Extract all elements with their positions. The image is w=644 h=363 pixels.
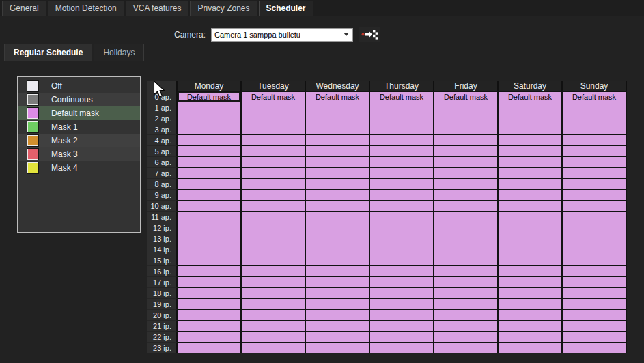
schedule-cell-monday-8ap[interactable] xyxy=(178,179,242,190)
schedule-cell-wednesday-8ap[interactable] xyxy=(306,179,370,190)
schedule-cell-tuesday-21ip[interactable] xyxy=(242,321,306,332)
legend-item-continuous[interactable]: Continuous xyxy=(18,93,140,106)
schedule-cell-monday-14ip[interactable] xyxy=(178,244,242,255)
schedule-cell-monday-23ip[interactable] xyxy=(178,343,242,353)
schedule-cell-thursday-6ap[interactable] xyxy=(370,157,434,168)
schedule-cell-tuesday-15ip[interactable] xyxy=(242,255,306,266)
schedule-cell-saturday-23ip[interactable] xyxy=(499,343,563,353)
schedule-cell-wednesday-9ap[interactable] xyxy=(306,190,370,201)
schedule-cell-friday-11ap[interactable] xyxy=(434,212,499,222)
legend-item-mask-2[interactable]: Mask 2 xyxy=(18,134,140,147)
schedule-cell-thursday-13ip[interactable] xyxy=(370,233,434,244)
schedule-cell-thursday-14ip[interactable] xyxy=(370,244,434,255)
schedule-cell-sunday-10ap[interactable] xyxy=(563,201,627,212)
schedule-cell-sunday-22ip[interactable] xyxy=(563,332,627,343)
schedule-cell-sunday-6ap[interactable] xyxy=(563,157,627,168)
schedule-cell-sunday-20ip[interactable] xyxy=(563,310,627,321)
schedule-cell-thursday-3ap[interactable] xyxy=(370,124,434,135)
schedule-cell-sunday-15ip[interactable] xyxy=(563,255,627,266)
schedule-cell-tuesday-4ap[interactable] xyxy=(242,135,306,146)
schedule-cell-saturday-10ap[interactable] xyxy=(499,201,563,212)
schedule-cell-tuesday-16ip[interactable] xyxy=(242,266,306,277)
schedule-cell-friday-15ip[interactable] xyxy=(434,255,499,266)
schedule-cell-monday-21ip[interactable] xyxy=(178,321,242,332)
schedule-cell-tuesday-23ip[interactable] xyxy=(242,343,306,353)
schedule-cell-wednesday-13ip[interactable] xyxy=(306,233,370,244)
schedule-cell-wednesday-3ap[interactable] xyxy=(306,124,370,135)
schedule-cell-sunday-14ip[interactable] xyxy=(563,244,627,255)
legend-item-mask-3[interactable]: Mask 3 xyxy=(18,147,140,161)
schedule-cell-thursday-19ip[interactable] xyxy=(370,299,434,310)
schedule-cell-tuesday-18ip[interactable] xyxy=(242,288,306,299)
schedule-cell-tuesday-7ap[interactable] xyxy=(242,168,306,179)
schedule-cell-friday-20ip[interactable] xyxy=(434,310,499,321)
schedule-cell-monday-16ip[interactable] xyxy=(178,266,242,277)
schedule-cell-sunday-8ap[interactable] xyxy=(563,179,627,190)
schedule-cell-friday-5ap[interactable] xyxy=(434,146,499,157)
tab-scheduler[interactable]: Scheduler xyxy=(259,1,313,16)
schedule-cell-sunday-13ip[interactable] xyxy=(563,233,627,244)
schedule-cell-sunday-0ap[interactable]: Default mask xyxy=(563,91,627,102)
schedule-cell-saturday-4ap[interactable] xyxy=(499,135,563,146)
schedule-cell-friday-0ap[interactable]: Default mask xyxy=(434,91,499,102)
camera-select[interactable]: Camera 1 samppa bulletu xyxy=(211,28,353,42)
schedule-cell-wednesday-14ip[interactable] xyxy=(306,244,370,255)
schedule-cell-friday-1ap[interactable] xyxy=(434,102,499,113)
schedule-cell-friday-3ap[interactable] xyxy=(434,124,499,135)
legend-item-default-mask[interactable]: Default mask xyxy=(18,106,140,120)
schedule-cell-sunday-2ap[interactable] xyxy=(563,113,627,124)
schedule-cell-tuesday-9ap[interactable] xyxy=(242,190,306,201)
tab-vca-features[interactable]: VCA features xyxy=(126,1,189,16)
schedule-cell-tuesday-17ip[interactable] xyxy=(242,277,306,288)
schedule-cell-tuesday-22ip[interactable] xyxy=(242,332,306,343)
schedule-cell-friday-13ip[interactable] xyxy=(434,233,499,244)
schedule-cell-thursday-15ip[interactable] xyxy=(370,255,434,266)
schedule-cell-tuesday-11ap[interactable] xyxy=(242,212,306,222)
schedule-cell-thursday-1ap[interactable] xyxy=(370,102,434,113)
schedule-cell-saturday-3ap[interactable] xyxy=(499,124,563,135)
schedule-cell-friday-19ip[interactable] xyxy=(434,299,499,310)
schedule-cell-monday-22ip[interactable] xyxy=(178,332,242,343)
schedule-cell-monday-6ap[interactable] xyxy=(178,157,242,168)
schedule-cell-sunday-16ip[interactable] xyxy=(563,266,627,277)
schedule-cell-wednesday-1ap[interactable] xyxy=(306,102,370,113)
schedule-cell-tuesday-0ap[interactable]: Default mask xyxy=(242,91,306,102)
schedule-cell-wednesday-12ip[interactable] xyxy=(306,222,370,233)
tab-general[interactable]: General xyxy=(2,1,46,16)
schedule-cell-friday-16ip[interactable] xyxy=(434,266,499,277)
schedule-cell-friday-2ap[interactable] xyxy=(434,113,499,124)
schedule-cell-wednesday-19ip[interactable] xyxy=(306,299,370,310)
schedule-cell-friday-21ip[interactable] xyxy=(434,321,499,332)
schedule-cell-wednesday-23ip[interactable] xyxy=(306,343,370,353)
schedule-cell-friday-18ip[interactable] xyxy=(434,288,499,299)
schedule-cell-thursday-18ip[interactable] xyxy=(370,288,434,299)
schedule-cell-monday-20ip[interactable] xyxy=(178,310,242,321)
schedule-cell-thursday-17ip[interactable] xyxy=(370,277,434,288)
schedule-cell-monday-12ip[interactable] xyxy=(178,222,242,233)
schedule-cell-saturday-7ap[interactable] xyxy=(499,168,563,179)
tab-motion-detection[interactable]: Motion Detection xyxy=(48,1,124,16)
schedule-cell-thursday-0ap[interactable]: Default mask xyxy=(370,91,434,102)
schedule-cell-monday-18ip[interactable] xyxy=(178,288,242,299)
schedule-cell-saturday-16ip[interactable] xyxy=(499,266,563,277)
legend-item-mask-1[interactable]: Mask 1 xyxy=(18,120,140,134)
schedule-cell-wednesday-5ap[interactable] xyxy=(306,146,370,157)
schedule-cell-wednesday-6ap[interactable] xyxy=(306,157,370,168)
schedule-cell-monday-3ap[interactable] xyxy=(178,124,242,135)
schedule-cell-wednesday-0ap[interactable]: Default mask xyxy=(306,91,370,102)
schedule-cell-wednesday-16ip[interactable] xyxy=(306,266,370,277)
schedule-cell-thursday-8ap[interactable] xyxy=(370,179,434,190)
schedule-cell-saturday-0ap[interactable]: Default mask xyxy=(499,91,563,102)
schedule-cell-wednesday-18ip[interactable] xyxy=(306,288,370,299)
schedule-cell-tuesday-5ap[interactable] xyxy=(242,146,306,157)
schedule-cell-thursday-4ap[interactable] xyxy=(370,135,434,146)
schedule-cell-wednesday-20ip[interactable] xyxy=(306,310,370,321)
schedule-cell-friday-8ap[interactable] xyxy=(434,179,499,190)
schedule-cell-saturday-21ip[interactable] xyxy=(499,321,563,332)
schedule-cell-wednesday-4ap[interactable] xyxy=(306,135,370,146)
schedule-cell-tuesday-12ip[interactable] xyxy=(242,222,306,233)
schedule-cell-wednesday-22ip[interactable] xyxy=(306,332,370,343)
schedule-cell-saturday-9ap[interactable] xyxy=(499,190,563,201)
schedule-cell-thursday-2ap[interactable] xyxy=(370,113,434,124)
schedule-cell-wednesday-15ip[interactable] xyxy=(306,255,370,266)
